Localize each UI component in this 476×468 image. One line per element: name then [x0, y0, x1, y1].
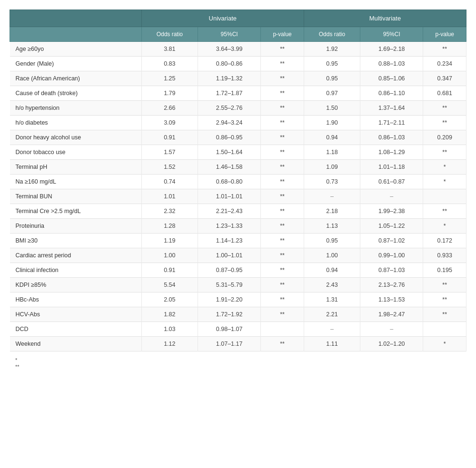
- row-cell: 1.72–1.87: [198, 86, 260, 101]
- row-cell: **: [261, 71, 304, 86]
- row-label: Cardiac arrest period: [10, 248, 142, 263]
- row-cell: **: [261, 219, 304, 234]
- row-label: Age ≥60yo: [10, 42, 142, 57]
- row-cell: 1.99–2.38: [360, 204, 423, 219]
- table-row: Gender (Male)0.830.80–0.86**0.950.88–1.0…: [10, 57, 466, 71]
- row-cell: [423, 189, 466, 204]
- table-row: Donor heavy alcohol use0.910.86–0.95**0.…: [10, 130, 466, 145]
- row-cell: 0.94: [304, 263, 360, 278]
- row-cell: 0.95: [304, 57, 360, 71]
- table-row: Cause of death (stroke)1.791.72–1.87**0.…: [10, 86, 466, 101]
- row-cell: **: [423, 292, 466, 307]
- row-cell: 1.00: [141, 248, 198, 263]
- row-label: Terminal Cre >2.5 mg/dL: [10, 204, 142, 219]
- row-cell: 0.80–0.86: [198, 57, 260, 71]
- table-row: Clinical infection0.910.87–0.95**0.940.8…: [10, 263, 466, 278]
- row-cell: 1.92: [304, 42, 360, 57]
- multivariate-header: Multivariate: [304, 10, 466, 27]
- row-cell: 0.172: [423, 234, 466, 248]
- sub-header-u-p: p-value: [261, 27, 304, 42]
- row-label: Weekend: [10, 337, 142, 351]
- row-cell: **: [261, 86, 304, 101]
- row-cell: **: [261, 278, 304, 292]
- row-cell: 1.14–1.23: [198, 234, 260, 248]
- table-row: Age ≥60yo3.813.64–3.99**1.921.69–2.18**: [10, 42, 466, 57]
- table-row: HBc-Abs2.051.91–2.20**1.311.13–1.53**: [10, 292, 466, 307]
- footnotes: * **: [10, 357, 466, 370]
- row-cell: 0.86–1.10: [360, 86, 423, 101]
- row-cell: **: [261, 175, 304, 189]
- table-row: Terminal pH1.521.46–1.58**1.091.01–1.18*: [10, 160, 466, 175]
- row-cell: 1.52: [141, 160, 198, 175]
- row-cell: 2.21–2.43: [198, 204, 260, 219]
- table-row: Proteinuria1.281.23–1.33**1.131.05–1.22*: [10, 219, 466, 234]
- row-cell: 1.09: [304, 160, 360, 175]
- row-label: HBc-Abs: [10, 292, 142, 307]
- row-label: Proteinuria: [10, 219, 142, 234]
- row-label: DCD: [10, 322, 142, 337]
- row-cell: 1.69–2.18: [360, 42, 423, 57]
- row-cell: 1.90: [304, 116, 360, 130]
- row-cell: 1.71–2.11: [360, 116, 423, 130]
- row-cell: 1.19–1.32: [198, 71, 260, 86]
- row-cell: 1.37–1.64: [360, 101, 423, 116]
- row-cell: 2.05: [141, 292, 198, 307]
- row-cell: **: [261, 116, 304, 130]
- row-cell: [423, 322, 466, 337]
- row-cell: 0.209: [423, 130, 466, 145]
- table-row: Donor tobacco use1.571.50–1.64**1.181.08…: [10, 145, 466, 160]
- table-row: HCV-Abs1.821.72–1.92**2.211.98–2.47**: [10, 307, 466, 322]
- row-cell: 0.68–0.80: [198, 175, 260, 189]
- row-cell: *: [423, 160, 466, 175]
- row-cell: 0.347: [423, 71, 466, 86]
- row-cell: 1.19: [141, 234, 198, 248]
- row-label: Na ≥160 mg/dL: [10, 175, 142, 189]
- row-cell: 0.95: [304, 71, 360, 86]
- row-cell: 2.94–3.24: [198, 116, 260, 130]
- table-row: h/o hypertension2.662.55–2.76**1.501.37–…: [10, 101, 466, 116]
- row-cell: 2.13–2.76: [360, 278, 423, 292]
- row-cell: 0.74: [141, 175, 198, 189]
- row-cell: 0.73: [304, 175, 360, 189]
- row-label: KDPI ≥85%: [10, 278, 142, 292]
- row-cell: 1.23–1.33: [198, 219, 260, 234]
- row-label: h/o hypertension: [10, 101, 142, 116]
- row-cell: –: [304, 189, 360, 204]
- row-cell: 1.11: [304, 337, 360, 351]
- row-cell: 1.28: [141, 219, 198, 234]
- row-cell: 0.681: [423, 86, 466, 101]
- row-cell: **: [261, 263, 304, 278]
- row-cell: **: [261, 57, 304, 71]
- sub-header-u-ci: 95%CI: [198, 27, 260, 42]
- row-cell: **: [423, 116, 466, 130]
- table-row: Na ≥160 mg/dL0.740.68–0.80**0.730.61–0.8…: [10, 175, 466, 189]
- table-body: Age ≥60yo3.813.64–3.99**1.921.69–2.18**G…: [10, 42, 466, 351]
- row-cell: 0.88–1.03: [360, 57, 423, 71]
- row-label: Donor tobacco use: [10, 145, 142, 160]
- row-cell: 0.94: [304, 130, 360, 145]
- row-cell: 1.50–1.64: [198, 145, 260, 160]
- row-cell: **: [261, 337, 304, 351]
- row-cell: 3.09: [141, 116, 198, 130]
- row-cell: 0.195: [423, 263, 466, 278]
- row-cell: 2.55–2.76: [198, 101, 260, 116]
- row-cell: 3.64–3.99: [198, 42, 260, 57]
- row-cell: **: [261, 189, 304, 204]
- row-cell: 1.00–1.01: [198, 248, 260, 263]
- table-row: Weekend1.121.07–1.17**1.111.02–1.20*: [10, 337, 466, 351]
- row-cell: 2.18: [304, 204, 360, 219]
- row-cell: 1.57: [141, 145, 198, 160]
- row-cell: **: [423, 278, 466, 292]
- row-cell: 0.98–1.07: [198, 322, 260, 337]
- row-cell: 1.82: [141, 307, 198, 322]
- row-label: Cause of death (stroke): [10, 86, 142, 101]
- row-cell: **: [423, 42, 466, 57]
- table-row: KDPI ≥85%5.545.31–5.79**2.432.13–2.76**: [10, 278, 466, 292]
- row-cell: 1.18: [304, 145, 360, 160]
- row-cell: **: [261, 204, 304, 219]
- row-cell: 1.01–1.01: [198, 189, 260, 204]
- footnote-single: *: [15, 357, 466, 363]
- row-label: Gender (Male): [10, 57, 142, 71]
- row-label: Donor heavy alcohol use: [10, 130, 142, 145]
- row-cell: 0.933: [423, 248, 466, 263]
